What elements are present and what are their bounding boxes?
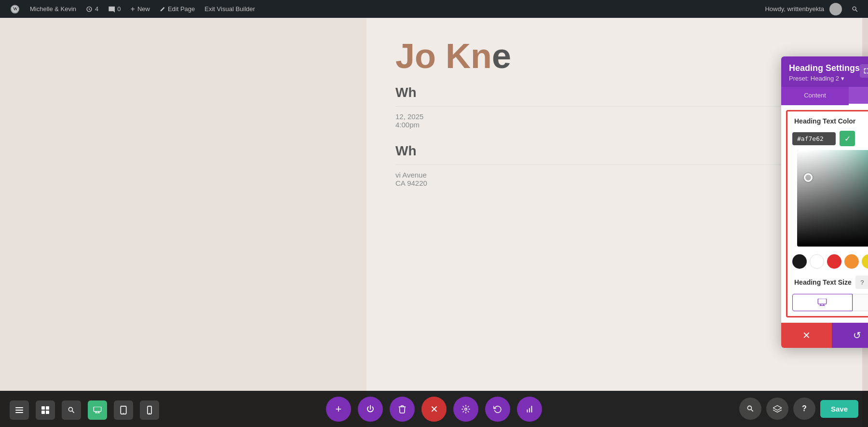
- svg-point-27: [68, 407, 72, 411]
- swatch-yellow[interactable]: [862, 254, 868, 269]
- edit-page-btn[interactable]: Edit Page: [155, 0, 200, 18]
- svg-rect-20: [15, 407, 23, 408]
- svg-marker-43: [773, 405, 782, 410]
- settings-title: Heading Settings: [789, 63, 860, 73]
- color-cursor: [804, 173, 813, 182]
- analytics-btn[interactable]: [517, 397, 542, 422]
- settings-header: Heading Settings Preset: Heading 2 ▾: [781, 56, 868, 87]
- settings-tabs: Content Design Advanced: [781, 87, 868, 105]
- grid-view-btn[interactable]: [36, 400, 55, 420]
- section-what-label: Wh: [395, 85, 839, 100]
- power-btn[interactable]: [358, 397, 383, 422]
- mobile-view-btn[interactable]: [140, 400, 159, 420]
- heading-settings-panel: Heading Settings Preset: Heading 2 ▾: [781, 56, 868, 348]
- svg-rect-25: [41, 411, 45, 414]
- history-btn[interactable]: [485, 397, 510, 422]
- user-avatar: [829, 3, 842, 15]
- device-desktop-btn[interactable]: [792, 294, 853, 311]
- search-toolbar-btn[interactable]: [739, 398, 761, 420]
- svg-rect-24: [46, 406, 49, 410]
- svg-line-2: [855, 10, 857, 12]
- comments-btn[interactable]: 0: [103, 0, 125, 18]
- page-heading: Jo Kne: [395, 37, 839, 75]
- text-size-help-btn[interactable]: ?: [855, 275, 868, 289]
- svg-rect-12: [818, 299, 827, 304]
- picker-area: [792, 150, 868, 247]
- preset-selector[interactable]: Preset: Heading 2 ▾: [789, 75, 860, 82]
- swatch-white[interactable]: [810, 254, 824, 269]
- toolbar-left: [10, 400, 159, 420]
- wordpress-logo[interactable]: [5, 0, 25, 18]
- svg-point-34: [123, 413, 124, 414]
- bottom-toolbar: + ✕ ? Save: [0, 391, 868, 427]
- color-section-label: Heading Text Color: [787, 111, 868, 129]
- admin-bar-right: Howdy, writtenbyekta: [760, 0, 863, 18]
- expand-btn[interactable]: [860, 64, 868, 78]
- date-time-info: 12, 2025 4:00pm: [395, 112, 839, 129]
- menu-icon-btn[interactable]: [10, 400, 29, 420]
- tab-content[interactable]: Content: [781, 87, 849, 105]
- svg-rect-21: [15, 410, 23, 411]
- layers-btn[interactable]: [766, 398, 788, 420]
- swatch-orange[interactable]: [844, 254, 859, 269]
- tab-design[interactable]: Design: [849, 87, 868, 105]
- hex-input[interactable]: [792, 132, 836, 145]
- header-actions: [860, 63, 868, 78]
- search-admin-btn[interactable]: [847, 0, 863, 18]
- site-name[interactable]: Michelle & Kevin: [25, 0, 81, 18]
- search-small-btn[interactable]: [62, 400, 81, 420]
- desktop-view-btn[interactable]: [88, 400, 107, 420]
- color-swatches: [787, 250, 868, 273]
- svg-point-41: [747, 406, 751, 410]
- color-picker-section: Heading Text Color ✓: [786, 110, 868, 317]
- swatch-red[interactable]: [827, 254, 841, 269]
- photo-panel: [0, 18, 366, 427]
- text-size-row: Heading Text Size ? ↖ ⋮: [787, 273, 868, 292]
- toolbar-center: + ✕: [326, 397, 542, 422]
- svg-rect-22: [15, 412, 23, 413]
- trash-btn[interactable]: [390, 397, 415, 422]
- cancel-btn[interactable]: ✕: [781, 323, 832, 348]
- add-element-btn[interactable]: +: [326, 397, 351, 422]
- exit-builder-btn[interactable]: Exit Visual Builder: [200, 0, 260, 18]
- svg-rect-29: [94, 407, 101, 412]
- revisions-btn[interactable]: 4: [81, 0, 103, 18]
- confirm-color-btn[interactable]: ✓: [840, 131, 855, 146]
- section-where-label: Wh: [395, 143, 839, 159]
- color-gradient[interactable]: [797, 150, 868, 247]
- svg-point-36: [149, 413, 150, 414]
- new-btn[interactable]: + New: [126, 0, 155, 18]
- undo-btn[interactable]: ↺: [832, 323, 868, 348]
- svg-line-28: [72, 411, 74, 413]
- admin-bar: Michelle & Kevin 4 0 + New Edit Page Exi…: [0, 0, 868, 18]
- gear-btn[interactable]: [453, 397, 478, 422]
- toolbar-right: ? Save: [739, 398, 858, 420]
- page-content: Jo Kne Wh 12, 2025 4:00pm Wh vi Avenue C…: [0, 18, 868, 427]
- right-content-panel: Jo Kne Wh 12, 2025 4:00pm Wh vi Avenue C…: [366, 18, 868, 427]
- swatch-black[interactable]: [792, 254, 807, 269]
- howdy-text[interactable]: Howdy, writtenbyekta: [760, 0, 847, 18]
- device-tablet-btn[interactable]: [853, 294, 868, 311]
- settings-actions: ✕ ↺ ↻ ✓: [781, 322, 868, 348]
- svg-point-1: [853, 7, 856, 10]
- save-button[interactable]: Save: [820, 400, 858, 418]
- help-btn[interactable]: ?: [793, 398, 815, 420]
- address-info: vi Avenue CA 94220: [395, 171, 839, 187]
- tablet-view-btn[interactable]: [114, 400, 133, 420]
- hex-row: ✓: [787, 129, 868, 150]
- close-builder-btn[interactable]: ✕: [421, 397, 447, 422]
- svg-line-42: [751, 410, 753, 412]
- divider-1: [395, 106, 839, 107]
- svg-point-37: [465, 408, 467, 410]
- svg-rect-23: [41, 406, 45, 410]
- device-selector: [787, 292, 868, 316]
- divider-2: [395, 165, 839, 165]
- svg-rect-26: [46, 411, 49, 414]
